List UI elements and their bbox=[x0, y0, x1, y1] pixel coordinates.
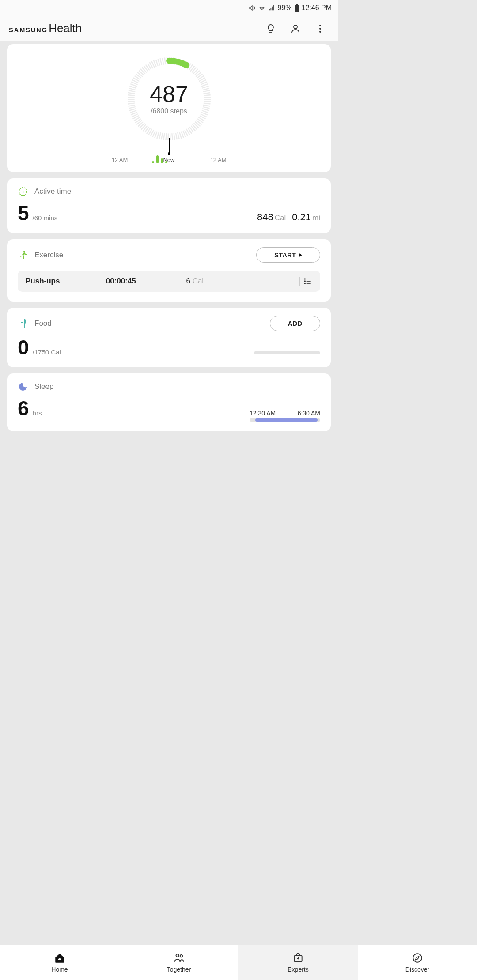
exercise-duration: 00:00:45 bbox=[106, 277, 186, 286]
steps-ring: 487 /6800 steps bbox=[126, 56, 212, 142]
active-dist: 0.21 bbox=[292, 211, 311, 222]
svg-point-9 bbox=[23, 251, 25, 253]
active-cal: 848 bbox=[257, 211, 273, 222]
active-minutes: 5 bbox=[18, 203, 29, 223]
profile-icon[interactable] bbox=[290, 23, 301, 34]
battery-icon bbox=[294, 4, 299, 12]
add-food-button[interactable]: ADD bbox=[270, 316, 321, 331]
active-dist-unit: mi bbox=[312, 214, 320, 222]
utensils-icon bbox=[18, 318, 28, 329]
clock: 12:46 PM bbox=[302, 4, 332, 12]
last-exercise-row[interactable]: Push-ups 00:00:45 6 Cal bbox=[18, 271, 320, 292]
svg-point-4 bbox=[319, 25, 321, 26]
svg-rect-1 bbox=[296, 4, 298, 5]
food-card[interactable]: Food ADD 0 /1750 Cal bbox=[7, 308, 331, 367]
sleep-end: 6:30 AM bbox=[298, 410, 320, 417]
food-progress-bar bbox=[254, 351, 320, 354]
sleep-title: Sleep bbox=[34, 382, 53, 391]
svg-point-6 bbox=[319, 31, 321, 33]
svg-point-14 bbox=[305, 281, 306, 282]
runner-icon bbox=[18, 250, 28, 260]
status-bar: 99% 12:46 PM bbox=[0, 0, 338, 16]
exercise-list-button[interactable] bbox=[299, 277, 312, 286]
insights-icon[interactable] bbox=[265, 23, 276, 34]
sleep-start: 12:30 AM bbox=[250, 410, 276, 417]
start-label: START bbox=[274, 251, 296, 259]
exercise-cal: 6 bbox=[186, 277, 190, 285]
brand-samsung: SAMSUNG bbox=[9, 26, 48, 34]
active-goal: /60 mins bbox=[33, 214, 58, 222]
exercise-cal-unit: Cal bbox=[193, 277, 204, 285]
food-title: Food bbox=[34, 319, 52, 328]
sleep-hours: 6 bbox=[18, 398, 29, 418]
wifi-icon bbox=[258, 4, 266, 12]
signal-icon bbox=[268, 4, 275, 11]
content-scroll[interactable]: 487 /6800 steps 12 AM Now 12 AM Acti bbox=[0, 41, 338, 660]
timeline-end: 12 AM bbox=[210, 157, 227, 163]
timeline-start: 12 AM bbox=[112, 157, 128, 163]
svg-point-13 bbox=[305, 279, 306, 279]
sleep-card[interactable]: Sleep 6 hrs 12:30 AM 6:30 AM bbox=[7, 373, 331, 431]
brand-health: Health bbox=[49, 22, 82, 35]
svg-point-3 bbox=[294, 25, 297, 29]
active-time-card[interactable]: Active time 5 /60 mins 848Cal 0.21mi bbox=[7, 178, 331, 233]
svg-point-5 bbox=[319, 28, 321, 30]
sleep-unit: hrs bbox=[33, 409, 42, 417]
clock-icon bbox=[18, 186, 28, 197]
start-exercise-button[interactable]: START bbox=[256, 247, 320, 263]
svg-rect-0 bbox=[295, 5, 299, 12]
svg-point-15 bbox=[305, 283, 306, 284]
mute-icon bbox=[249, 4, 256, 11]
more-icon[interactable] bbox=[315, 23, 326, 34]
exercise-title: Exercise bbox=[34, 251, 63, 260]
food-value: 0 bbox=[18, 337, 29, 358]
status-icons: 99% 12:46 PM bbox=[249, 4, 332, 12]
battery-percent: 99% bbox=[277, 4, 292, 12]
active-time-title: Active time bbox=[34, 187, 71, 196]
steps-card[interactable]: 487 /6800 steps 12 AM Now 12 AM bbox=[7, 44, 331, 172]
food-goal: /1750 Cal bbox=[33, 348, 61, 356]
sleep-bar: 12:30 AM 6:30 AM bbox=[250, 410, 320, 422]
exercise-card[interactable]: Exercise START Push-ups 00:00:45 6 Cal bbox=[7, 239, 331, 302]
exercise-name: Push-ups bbox=[26, 277, 106, 286]
steps-value: 487 bbox=[150, 83, 188, 106]
moon-icon bbox=[18, 381, 28, 392]
steps-timeline: 12 AM Now 12 AM bbox=[112, 154, 227, 163]
add-label: ADD bbox=[288, 320, 303, 327]
steps-goal: /6800 steps bbox=[151, 107, 187, 115]
list-icon bbox=[303, 277, 312, 286]
play-icon bbox=[299, 253, 302, 257]
app-header: SAMSUNG Health bbox=[0, 16, 338, 41]
active-cal-unit: Cal bbox=[275, 214, 286, 222]
app-title: SAMSUNG Health bbox=[9, 22, 265, 35]
